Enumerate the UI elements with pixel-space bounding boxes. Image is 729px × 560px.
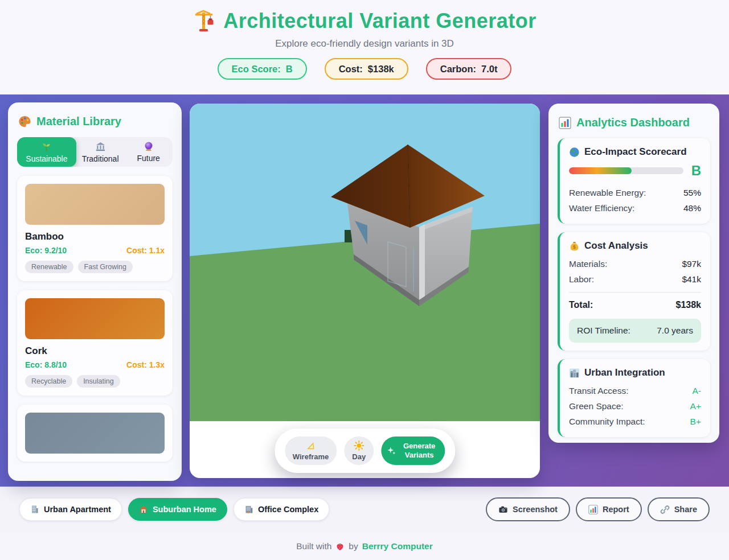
cost-multiplier: Cost: 1.1x bbox=[126, 246, 165, 255]
material-tag: Insulating bbox=[77, 375, 120, 388]
bar-chart-icon bbox=[559, 117, 571, 129]
analytics-panel: Analytics Dashboard Eco-Impact Scorecard… bbox=[548, 104, 719, 443]
material-library-panel: Material Library Sustainable bbox=[8, 102, 182, 481]
sparkles-icon bbox=[387, 446, 396, 455]
money-bag-icon: $ bbox=[569, 241, 580, 252]
stat-row: Labor: $41k bbox=[569, 272, 701, 287]
tab-sustainable[interactable]: Sustainable bbox=[17, 137, 76, 167]
variant-urban-apartment-button[interactable]: Urban Apartment bbox=[19, 498, 122, 521]
viewport-card: Wireframe Day bbox=[190, 104, 540, 478]
eco-impact-section: Eco-Impact Scorecard B Renewable Energy:… bbox=[558, 138, 710, 224]
construction-crane-icon bbox=[193, 9, 216, 33]
seedling-icon bbox=[41, 141, 52, 152]
variant-suburban-home-button[interactable]: Suburban Home bbox=[128, 498, 227, 521]
share-button[interactable]: Share bbox=[648, 497, 710, 521]
cost-analysis-section: $ Cost Analysis Materials: $97k Labor: $… bbox=[558, 232, 710, 351]
viewport-controls: Wireframe Day bbox=[275, 429, 455, 473]
eco-rating: Eco: 9.2/10 bbox=[25, 246, 67, 255]
urban-integration-section: Urban Integration Transit Access: A- Gre… bbox=[558, 359, 710, 437]
tab-future[interactable]: Future bbox=[124, 137, 173, 167]
stat-row: Materials: $97k bbox=[569, 257, 701, 272]
stat-row: Transit Access: A- bbox=[569, 384, 701, 399]
action-button-group: Screenshot Report bbox=[486, 497, 710, 521]
page-title: Architectural Variant Generator bbox=[223, 9, 536, 33]
variant-office-complex-button[interactable]: Office Complex bbox=[234, 498, 329, 521]
cityscape-icon bbox=[569, 368, 580, 378]
main-area: Material Library Sustainable bbox=[0, 94, 729, 487]
stat-row: Community Impact: B+ bbox=[569, 414, 701, 430]
strawberry-icon bbox=[335, 542, 345, 551]
berrry-computer-link[interactable]: Berrry Computer bbox=[362, 541, 433, 551]
eco-score-badge: Eco Score: B bbox=[218, 58, 307, 80]
generate-variants-button[interactable]: Generate Variants bbox=[381, 437, 445, 465]
material-card-partial[interactable] bbox=[17, 405, 173, 462]
wireframe-button[interactable]: Wireframe bbox=[285, 437, 337, 465]
tab-traditional[interactable]: Traditional bbox=[76, 137, 125, 167]
apartment-building-icon bbox=[30, 505, 39, 514]
material-library-title: Material Library bbox=[18, 115, 173, 128]
sun-icon bbox=[354, 440, 364, 451]
stat-row: Green Space: A+ bbox=[569, 399, 701, 414]
stat-row: Water Efficiency: 48% bbox=[569, 201, 701, 216]
material-list: Bamboo Eco: 9.2/10 Cost: 1.1x Renewable … bbox=[17, 176, 173, 462]
cost-multiplier: Cost: 1.3x bbox=[126, 360, 165, 369]
material-tag: Renewable bbox=[25, 261, 73, 273]
3d-scene-canvas[interactable] bbox=[190, 104, 540, 421]
analytics-title: Analytics Dashboard bbox=[559, 116, 710, 129]
roi-timeline-box: ROI Timeline: 7.0 years bbox=[569, 319, 701, 343]
stat-row: Renewable Energy: 55% bbox=[569, 186, 701, 201]
office-building-icon bbox=[244, 505, 253, 514]
material-tag: Fast Growing bbox=[78, 261, 133, 273]
building-variant-group: Urban Apartment Suburban Home bbox=[19, 498, 329, 521]
footer: Built with by Berrry Computer bbox=[0, 532, 729, 560]
palette-icon bbox=[18, 115, 31, 128]
material-card-bamboo[interactable]: Bamboo Eco: 9.2/10 Cost: 1.1x Renewable … bbox=[17, 176, 173, 281]
material-swatch bbox=[25, 298, 165, 339]
eco-grade: B bbox=[691, 163, 701, 179]
material-swatch bbox=[25, 413, 165, 454]
eco-progress-fill bbox=[569, 167, 632, 174]
carbon-badge: Carbon: 7.0t bbox=[426, 58, 512, 80]
summary-badges: Eco Score: B Cost: $138k Carbon: 7.0t bbox=[0, 58, 729, 80]
total-row: Total: $138k bbox=[569, 297, 701, 314]
svg-text:$: $ bbox=[573, 244, 576, 250]
camera-icon bbox=[498, 505, 508, 514]
house-icon bbox=[139, 505, 148, 514]
page-subtitle: Explore eco-friendly design variants in … bbox=[0, 38, 729, 50]
link-icon bbox=[660, 505, 670, 514]
material-tag: Recyclable bbox=[25, 375, 72, 388]
ruler-icon bbox=[306, 440, 316, 451]
bank-icon bbox=[95, 141, 106, 152]
corner-trim bbox=[419, 224, 425, 300]
material-swatch bbox=[25, 184, 165, 225]
crystal-ball-icon bbox=[144, 141, 154, 151]
globe-icon bbox=[569, 147, 580, 158]
material-card-cork[interactable]: Cork Eco: 8.8/10 Cost: 1.3x Recyclable I… bbox=[17, 290, 173, 396]
bar-chart-icon bbox=[588, 505, 598, 514]
report-button[interactable]: Report bbox=[576, 497, 642, 521]
screenshot-button[interactable]: Screenshot bbox=[486, 497, 570, 521]
bottom-bar: Urban Apartment Suburban Home bbox=[0, 487, 729, 532]
material-tabbar: Sustainable Traditional bbox=[17, 137, 173, 167]
cost-badge: Cost: $138k bbox=[325, 58, 408, 80]
eco-rating: Eco: 8.8/10 bbox=[25, 360, 67, 369]
app-header: Architectural Variant Generator Explore … bbox=[0, 0, 729, 94]
eco-progress-track bbox=[569, 167, 683, 174]
divider bbox=[569, 292, 701, 293]
day-night-toggle[interactable]: Day bbox=[344, 437, 374, 465]
